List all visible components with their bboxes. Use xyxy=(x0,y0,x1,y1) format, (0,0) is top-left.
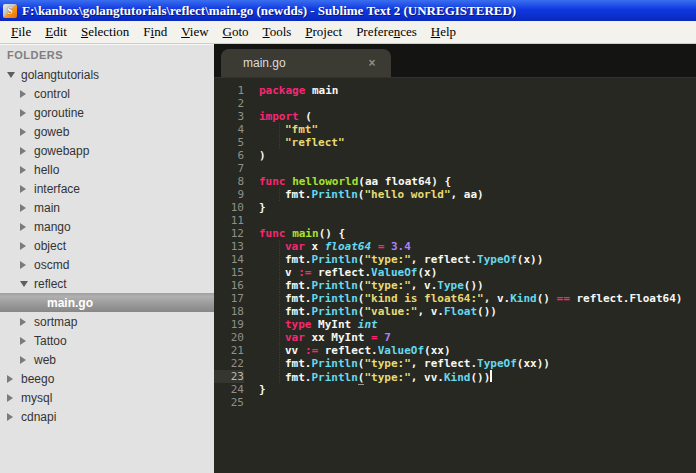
sidebar-item-web[interactable]: web xyxy=(0,350,214,369)
code-token: fmt. xyxy=(285,253,312,266)
line-number: 6 xyxy=(214,149,244,162)
sidebar-item-label: web xyxy=(34,353,56,367)
code-line: 9fmt.Println("hello world", aa) xyxy=(214,188,696,201)
code-line: 17fmt.Println("kind is float64:", v.Kind… xyxy=(214,292,696,305)
code-line-content: var x float64 = 3.4 xyxy=(244,240,411,253)
code-token: Float xyxy=(444,305,477,318)
indent-guide xyxy=(259,318,280,331)
triangle-collapsed-icon xyxy=(20,147,30,155)
code-line: 6) xyxy=(214,149,696,162)
tab-main-go[interactable]: main.go × xyxy=(221,49,391,77)
sidebar-item-mango[interactable]: mango xyxy=(0,217,214,236)
code-line-content: } xyxy=(244,383,266,396)
sidebar-item-beego[interactable]: beego xyxy=(0,369,214,388)
code-token: (xx)) xyxy=(517,357,550,370)
tab-label: main.go xyxy=(243,56,286,70)
code-token: "value:" xyxy=(364,305,417,318)
menu-item-help[interactable]: Help xyxy=(424,22,463,42)
code-token: , v. xyxy=(411,279,438,292)
line-number: 1 xyxy=(214,84,244,97)
menu-item-view[interactable]: View xyxy=(174,22,215,42)
code-token: var xyxy=(285,240,305,253)
line-number: 13 xyxy=(214,240,244,253)
sidebar-item-tattoo[interactable]: Tattoo xyxy=(0,331,214,350)
indent-guide xyxy=(259,292,280,305)
code-line: 12func main() { xyxy=(214,227,696,240)
code-line-content: vv := reflect.ValueOf(xx) xyxy=(244,344,451,357)
code-token: ()) xyxy=(464,279,484,292)
sidebar-item-hello[interactable]: hello xyxy=(0,160,214,179)
sidebar-item-goweb[interactable]: goweb xyxy=(0,122,214,141)
sidebar-item-main-go[interactable]: main.go xyxy=(0,293,214,312)
tab-bar: main.go × xyxy=(214,44,696,78)
sidebar-item-label: reflect xyxy=(34,277,67,291)
sidebar-item-main[interactable]: main xyxy=(0,198,214,217)
sidebar-item-golangtutorials[interactable]: golangtutorials xyxy=(0,65,214,84)
code-token: "reflect" xyxy=(285,136,345,149)
code-editor[interactable]: 1package main23import (4"fmt"5"reflect"6… xyxy=(214,78,696,473)
menu-item-find[interactable]: Find xyxy=(136,22,174,42)
code-token: fmt. xyxy=(285,371,312,384)
sidebar-item-oscmd[interactable]: oscmd xyxy=(0,255,214,274)
line-number: 15 xyxy=(214,266,244,279)
line-number: 17 xyxy=(214,292,244,305)
code-line-content: var xx MyInt = 7 xyxy=(244,331,391,344)
code-token: , v. xyxy=(484,292,511,305)
indent-guide xyxy=(259,305,280,318)
sidebar-item-mysql[interactable]: mysql xyxy=(0,388,214,407)
sidebar-item-reflect[interactable]: reflect xyxy=(0,274,214,293)
line-number: 10 xyxy=(214,201,244,214)
sidebar-item-sortmap[interactable]: sortmap xyxy=(0,312,214,331)
code-token: (x)) xyxy=(517,253,544,266)
code-token: ) xyxy=(259,149,266,162)
code-token xyxy=(371,240,378,253)
code-line-content: "fmt" xyxy=(244,123,318,136)
code-line-content xyxy=(244,396,259,409)
line-number: 20 xyxy=(214,331,244,344)
code-line-content: v := reflect.ValueOf(x) xyxy=(244,266,437,279)
menu-item-tools[interactable]: Tools xyxy=(256,22,299,42)
sidebar-item-gowebapp[interactable]: gowebapp xyxy=(0,141,214,160)
menu-item-file[interactable]: File xyxy=(4,22,38,42)
code-token: fmt. xyxy=(285,279,312,292)
code-token: , reflect. xyxy=(411,253,477,266)
code-line: 3import ( xyxy=(214,110,696,123)
code-token: Println xyxy=(312,279,358,292)
code-token: MyInt xyxy=(312,318,358,331)
sidebar-item-goroutine[interactable]: goroutine xyxy=(0,103,214,122)
line-number: 18 xyxy=(214,305,244,318)
code-line: 1package main xyxy=(214,84,696,97)
triangle-collapsed-icon xyxy=(20,90,30,98)
line-number: 24 xyxy=(214,383,244,396)
menu-item-selection[interactable]: Selection xyxy=(74,22,136,42)
indent-guide xyxy=(259,188,280,201)
menu-item-edit[interactable]: Edit xyxy=(38,22,74,42)
code-token: } xyxy=(259,383,266,396)
title-bar[interactable]: S F:\kanbox\golangtutorials\reflect\main… xyxy=(0,0,696,21)
menu-item-preferences[interactable]: Preferences xyxy=(349,22,424,42)
menu-item-project[interactable]: Project xyxy=(298,22,349,42)
code-line-content: import ( xyxy=(244,110,312,123)
sidebar-item-cdnapi[interactable]: cdnapi xyxy=(0,407,214,426)
folders-panel[interactable]: FOLDERS golangtutorialscontrolgoroutineg… xyxy=(0,44,214,473)
triangle-collapsed-icon xyxy=(7,413,17,421)
code-token: Type xyxy=(437,279,464,292)
menu-item-goto[interactable]: Goto xyxy=(216,22,256,42)
sidebar-item-object[interactable]: object xyxy=(0,236,214,255)
code-line: 11 xyxy=(214,214,696,227)
sidebar-item-label: main.go xyxy=(47,296,93,310)
folder-tree: golangtutorialscontrolgoroutinegowebgowe… xyxy=(0,65,214,426)
code-token: (xx) xyxy=(424,344,451,357)
sidebar-item-label: cdnapi xyxy=(21,410,56,424)
code-line: 14fmt.Println("type:", reflect.TypeOf(x)… xyxy=(214,253,696,266)
sidebar-item-control[interactable]: control xyxy=(0,84,214,103)
sidebar-item-label: goroutine xyxy=(34,106,84,120)
code-line: 10} xyxy=(214,201,696,214)
code-token: fmt. xyxy=(285,357,312,370)
sidebar-item-label: control xyxy=(34,87,70,101)
close-icon[interactable]: × xyxy=(365,56,379,70)
code-line: 24} xyxy=(214,383,696,396)
sidebar-item-interface[interactable]: interface xyxy=(0,179,214,198)
triangle-collapsed-icon xyxy=(20,356,30,364)
code-token: 7 xyxy=(384,331,391,344)
